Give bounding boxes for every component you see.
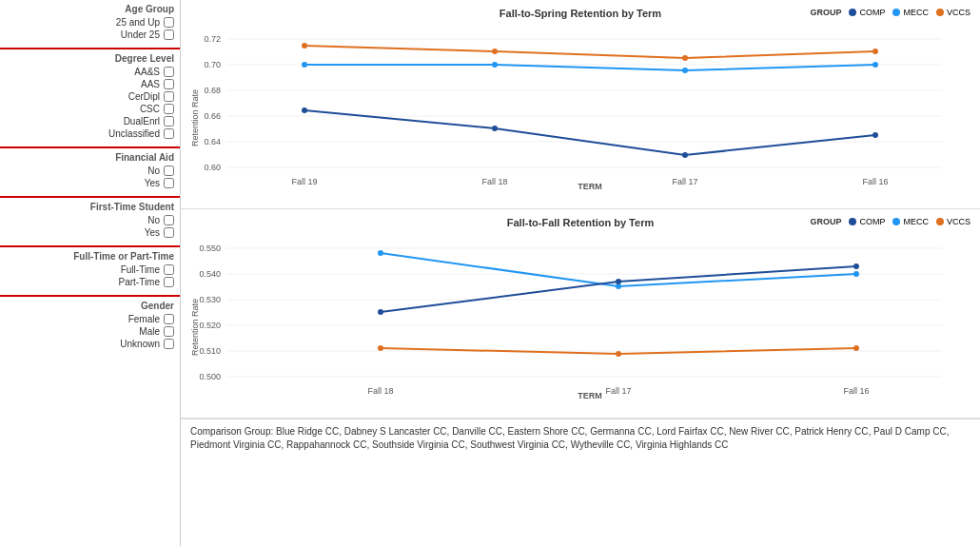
- svg-text:Fall 17: Fall 17: [605, 386, 631, 396]
- filter-item-parttime: Part-Time: [6, 277, 174, 287]
- svg-text:0.530: 0.530: [199, 295, 221, 304]
- svg-point-28: [682, 152, 688, 158]
- svg-point-27: [492, 126, 498, 131]
- filter-label-aas-only: AAS: [141, 79, 160, 89]
- checkbox-first-yes[interactable]: [164, 227, 174, 238]
- svg-text:0.60: 0.60: [204, 163, 221, 172]
- filter-item-csc: CSC: [6, 104, 174, 114]
- svg-text:Retention Rate: Retention Rate: [190, 89, 200, 146]
- svg-point-53: [378, 309, 383, 315]
- chart-fall-fall: Fall-to-Fall Retention by Term GROUP COM…: [181, 209, 980, 419]
- filter-section-gender: Gender Female Male Unknown: [0, 297, 180, 357]
- svg-text:0.550: 0.550: [199, 244, 221, 253]
- svg-text:0.520: 0.520: [199, 321, 221, 330]
- svg-point-23: [492, 62, 498, 68]
- svg-text:TERM: TERM: [578, 391, 602, 399]
- checkbox-female[interactable]: [164, 314, 174, 324]
- svg-text:0.68: 0.68: [204, 86, 221, 95]
- chart-svg-top: 0.72 0.70 0.68 0.66 0.64 0.60 Fall 19 Fa…: [190, 23, 970, 189]
- legend-dot-vccs-top: [936, 9, 944, 16]
- svg-point-19: [492, 49, 498, 54]
- svg-text:0.64: 0.64: [204, 137, 221, 146]
- checkbox-aid-yes[interactable]: [164, 178, 174, 188]
- filter-label-first-no: No: [147, 215, 160, 225]
- svg-text:0.72: 0.72: [204, 34, 221, 44]
- filter-label-dualenrl: DualEnrl: [124, 116, 160, 127]
- legend-item-mecc-top: MECC: [892, 8, 929, 17]
- svg-point-25: [872, 62, 878, 68]
- filter-label-aid-yes: Yes: [145, 178, 160, 188]
- svg-point-50: [378, 250, 383, 256]
- checkbox-25-and-up[interactable]: [164, 17, 174, 28]
- checkbox-first-no[interactable]: [164, 215, 174, 225]
- svg-text:Fall 18: Fall 18: [367, 386, 393, 396]
- legend-label-vccs-top: VCCS: [947, 8, 970, 17]
- checkbox-csc[interactable]: [164, 104, 174, 114]
- filter-title-degree-level: Degree Level: [6, 53, 174, 64]
- filter-section-age-group: Age Group 25 and Up Under 25: [0, 0, 180, 49]
- svg-text:Fall 19: Fall 19: [291, 177, 317, 186]
- checkbox-parttime[interactable]: [164, 277, 174, 287]
- legend-item-vccs-top: VCCS: [936, 8, 970, 17]
- svg-point-22: [302, 62, 307, 68]
- legend-dot-comp-top: [849, 9, 856, 16]
- filter-section-financial-aid: Financial Aid No Yes: [0, 148, 180, 198]
- legend-dot-comp-bottom: [849, 218, 856, 225]
- checkbox-aid-no[interactable]: [164, 166, 174, 176]
- svg-text:TERM: TERM: [578, 182, 602, 189]
- legend-item-comp-top: COMP: [849, 8, 885, 17]
- svg-text:Fall 16: Fall 16: [843, 386, 869, 396]
- filter-label-male: Male: [139, 326, 160, 337]
- checkbox-aas-s[interactable]: [164, 67, 174, 77]
- sidebar: Age Group 25 and Up Under 25 Degree Leve…: [0, 0, 181, 546]
- filter-label-under-25: Under 25: [121, 29, 160, 40]
- filter-item-aid-no: No: [6, 166, 174, 176]
- svg-point-55: [853, 263, 859, 269]
- svg-text:0.540: 0.540: [199, 269, 221, 279]
- legend-label-comp-top: COMP: [859, 8, 885, 17]
- legend-dot-mecc-bottom: [892, 218, 900, 225]
- filter-item-aas-only: AAS: [6, 79, 174, 89]
- filter-label-parttime: Part-Time: [118, 277, 160, 287]
- filter-item-first-yes: Yes: [6, 227, 174, 238]
- checkbox-dualenrl[interactable]: [164, 116, 174, 127]
- checkbox-unclassified[interactable]: [164, 128, 174, 139]
- filter-title-financial-aid: Financial Aid: [6, 152, 174, 163]
- filter-item-female: Female: [6, 314, 174, 324]
- legend-group-label-top: GROUP: [810, 8, 841, 17]
- filter-item-unclassified: Unclassified: [6, 128, 174, 139]
- svg-point-20: [682, 55, 688, 61]
- checkbox-under-25[interactable]: [164, 29, 174, 40]
- footer-text: Comparison Group: Blue Ridge CC, Dabney …: [190, 426, 950, 450]
- filter-label-aid-no: No: [147, 166, 160, 176]
- filter-title-first-time: First-Time Student: [6, 202, 174, 212]
- legend-label-mecc-top: MECC: [903, 8, 929, 17]
- svg-text:Fall 18: Fall 18: [481, 177, 507, 186]
- checkbox-fulltime[interactable]: [164, 264, 174, 275]
- filter-label-unknown: Unknown: [120, 339, 160, 349]
- legend-dot-mecc-top: [892, 9, 900, 16]
- filter-title-fullpart: Full-Time or Part-Time: [6, 251, 174, 262]
- filter-item-cerdipl: CerDipl: [6, 91, 174, 102]
- filter-label-fulltime: Full-Time: [121, 264, 160, 275]
- svg-text:0.510: 0.510: [199, 346, 221, 356]
- filter-label-25-and-up: 25 and Up: [116, 17, 160, 28]
- filter-title-age-group: Age Group: [6, 4, 174, 14]
- filter-label-aas-s: AA&S: [134, 67, 160, 77]
- filter-label-first-yes: Yes: [145, 227, 160, 238]
- svg-point-29: [872, 132, 878, 138]
- checkbox-aas-only[interactable]: [164, 79, 174, 89]
- checkbox-male[interactable]: [164, 326, 174, 337]
- filter-label-cerdipl: CerDipl: [128, 91, 160, 102]
- svg-text:0.500: 0.500: [199, 372, 221, 381]
- svg-point-49: [853, 345, 859, 351]
- filter-title-gender: Gender: [6, 301, 174, 311]
- checkbox-cerdipl[interactable]: [164, 91, 174, 102]
- filter-item-dualenrl: DualEnrl: [6, 116, 174, 127]
- checkbox-unknown[interactable]: [164, 339, 174, 349]
- filter-item-fulltime: Full-Time: [6, 264, 174, 275]
- filter-item-unknown: Unknown: [6, 339, 174, 349]
- svg-point-24: [682, 68, 688, 73]
- filter-section-degree-level: Degree Level AA&S AAS CerDipl CSC DualEn…: [0, 49, 180, 148]
- legend-dot-vccs-bottom: [936, 218, 944, 225]
